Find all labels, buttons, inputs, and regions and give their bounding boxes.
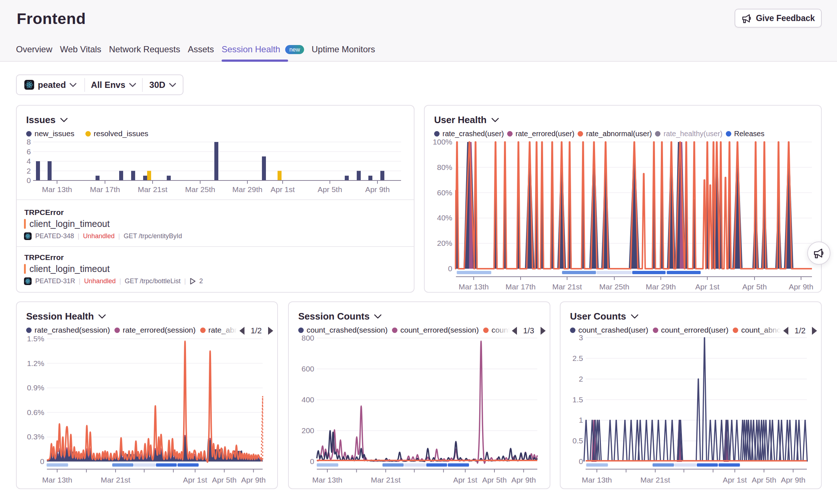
- svg-text:0: 0: [40, 457, 44, 466]
- svg-text:Mar 13th: Mar 13th: [42, 185, 72, 194]
- svg-text:Mar 21st: Mar 21st: [640, 476, 670, 484]
- svg-text:Apr 9th: Apr 9th: [241, 476, 266, 484]
- svg-text:Mar 17th: Mar 17th: [506, 283, 536, 291]
- svg-text:Apr 9th: Apr 9th: [511, 476, 536, 484]
- svg-text:Apr 5th: Apr 5th: [212, 476, 237, 484]
- svg-text:Mar 25th: Mar 25th: [185, 185, 215, 194]
- svg-text:8: 8: [27, 138, 31, 146]
- svg-text:1.5%: 1.5%: [27, 334, 44, 343]
- svg-text:1: 1: [579, 416, 583, 424]
- svg-text:400: 400: [302, 395, 314, 404]
- svg-text:Mar 21st: Mar 21st: [101, 476, 130, 484]
- svg-text:0: 0: [310, 457, 314, 466]
- svg-text:Mar 17th: Mar 17th: [90, 185, 120, 194]
- svg-text:800: 800: [302, 334, 314, 342]
- svg-text:0.3%: 0.3%: [27, 432, 44, 441]
- svg-text:4: 4: [27, 157, 31, 165]
- svg-text:Mar 25th: Mar 25th: [599, 283, 630, 291]
- svg-text:Mar 13th: Mar 13th: [312, 476, 343, 484]
- svg-text:Apr 1st: Apr 1st: [271, 185, 295, 194]
- svg-text:20%: 20%: [437, 239, 452, 247]
- svg-text:Apr 5th: Apr 5th: [482, 476, 507, 484]
- svg-text:Mar 21st: Mar 21st: [138, 185, 167, 194]
- svg-text:Apr 9th: Apr 9th: [781, 476, 805, 484]
- svg-text:Apr 9th: Apr 9th: [365, 185, 390, 194]
- svg-text:Apr 1st: Apr 1st: [695, 283, 720, 291]
- svg-text:1.2%: 1.2%: [27, 359, 44, 367]
- svg-text:80%: 80%: [437, 163, 452, 171]
- svg-text:0.5: 0.5: [573, 436, 583, 445]
- svg-text:Mar 29th: Mar 29th: [232, 185, 263, 194]
- svg-text:Apr 9th: Apr 9th: [789, 283, 813, 291]
- svg-text:Apr 1st: Apr 1st: [723, 476, 747, 484]
- svg-text:1.5: 1.5: [573, 395, 583, 404]
- svg-text:0: 0: [448, 264, 452, 273]
- svg-text:Mar 13th: Mar 13th: [582, 476, 612, 484]
- svg-text:Apr 5th: Apr 5th: [318, 185, 342, 194]
- svg-text:6: 6: [27, 147, 31, 156]
- svg-text:Mar 21st: Mar 21st: [552, 283, 582, 291]
- svg-text:Apr 1st: Apr 1st: [453, 476, 477, 484]
- svg-text:Mar 13th: Mar 13th: [459, 283, 489, 291]
- svg-text:Apr 5th: Apr 5th: [742, 283, 767, 291]
- svg-text:100%: 100%: [433, 138, 452, 146]
- svg-text:Mar 21st: Mar 21st: [371, 476, 401, 484]
- svg-text:60%: 60%: [437, 188, 452, 197]
- svg-text:Mar 13th: Mar 13th: [42, 476, 72, 484]
- svg-text:2: 2: [27, 167, 31, 175]
- svg-text:600: 600: [302, 365, 314, 373]
- svg-text:0.9%: 0.9%: [27, 383, 44, 392]
- svg-text:2.5: 2.5: [573, 354, 583, 362]
- svg-text:Apr 5th: Apr 5th: [752, 476, 776, 484]
- svg-text:0: 0: [27, 176, 31, 184]
- svg-text:Mar 29th: Mar 29th: [646, 283, 676, 291]
- svg-text:200: 200: [302, 426, 314, 435]
- svg-text:2: 2: [579, 375, 583, 383]
- svg-text:0.6%: 0.6%: [27, 408, 44, 416]
- svg-text:0: 0: [579, 457, 583, 466]
- svg-text:Apr 1st: Apr 1st: [183, 476, 207, 484]
- svg-text:40%: 40%: [437, 214, 452, 222]
